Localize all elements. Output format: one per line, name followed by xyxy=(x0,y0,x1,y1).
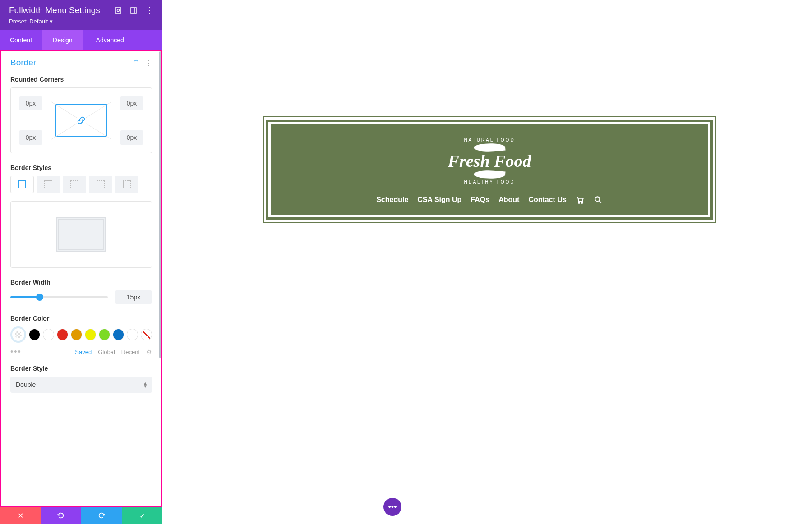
nav-faqs[interactable]: FAQs xyxy=(471,196,489,204)
leaf-icon xyxy=(473,170,505,180)
swatch-yellow[interactable] xyxy=(85,329,96,340)
redo-icon xyxy=(97,511,106,519)
color-swatches xyxy=(10,326,152,343)
border-width-label: Border Width xyxy=(10,279,152,286)
settings-sidebar: Fullwidth Menu Settings ⋮ Preset: Defaul… xyxy=(0,0,162,524)
border-preview-inner xyxy=(56,217,106,252)
preset-label: Preset: xyxy=(9,18,28,25)
swatch-white[interactable] xyxy=(43,329,54,340)
svg-line-7 xyxy=(599,201,601,203)
border-width-slider[interactable] xyxy=(10,296,108,298)
cart-icon[interactable] xyxy=(576,195,585,204)
logo-bottom-text: HEALTHY FOOD xyxy=(448,179,531,184)
section-title: Border xyxy=(10,58,36,68)
border-style-all[interactable] xyxy=(10,176,34,193)
panel-title: Fullwidth Menu Settings xyxy=(9,5,100,15)
section-header: Border ⌃ ⋮ xyxy=(10,58,152,68)
swatch-green[interactable] xyxy=(99,329,110,340)
settings-tabs: Content Design Advanced xyxy=(0,30,162,50)
rounded-corners-label: Rounded Corners xyxy=(10,76,152,83)
swatch-orange[interactable] xyxy=(71,329,82,340)
corner-tl-input[interactable] xyxy=(19,96,42,110)
nav-schedule[interactable]: Schedule xyxy=(376,196,408,204)
svg-rect-2 xyxy=(131,8,136,13)
svg-rect-0 xyxy=(115,8,121,13)
border-style-right[interactable] xyxy=(63,176,86,193)
svg-point-6 xyxy=(595,197,600,201)
responsive-icon[interactable] xyxy=(130,7,137,14)
border-style-bottom[interactable] xyxy=(89,176,112,193)
slider-thumb[interactable] xyxy=(36,294,43,301)
undo-button[interactable] xyxy=(41,507,81,524)
border-color-label: Border Color xyxy=(10,315,152,322)
swatch-blue[interactable] xyxy=(113,329,124,340)
design-panel: Border ⌃ ⋮ Rounded Corners Border Styles xyxy=(0,50,162,507)
section-more-icon[interactable]: ⋮ xyxy=(145,59,152,67)
tab-design[interactable]: Design xyxy=(42,30,83,50)
search-icon[interactable] xyxy=(594,195,603,204)
border-styles-label: Border Styles xyxy=(10,164,152,171)
nav-contact[interactable]: Contact Us xyxy=(528,196,566,204)
color-tab-global[interactable]: Global xyxy=(98,349,115,355)
logo-main-text: Fresh Food xyxy=(448,152,531,170)
svg-point-5 xyxy=(581,202,583,203)
link-corners-toggle[interactable] xyxy=(55,104,107,137)
tab-advanced[interactable]: Advanced xyxy=(83,30,137,50)
border-style-left[interactable] xyxy=(115,176,138,193)
border-style-select[interactable]: Double xyxy=(10,377,152,393)
save-button[interactable]: ✓ xyxy=(122,507,162,524)
tab-content[interactable]: Content xyxy=(0,30,42,50)
panel-header: Fullwidth Menu Settings ⋮ Preset: Defaul… xyxy=(0,0,162,30)
logo[interactable]: NATURAL FOOD Fresh Food HEALTHY FOOD xyxy=(271,138,708,185)
preset-value: Default xyxy=(29,18,48,25)
color-picker-button[interactable] xyxy=(10,326,26,343)
redo-button[interactable] xyxy=(81,507,122,524)
rounded-corners-control xyxy=(10,87,152,153)
swatch-black[interactable] xyxy=(29,329,40,340)
scrollbar[interactable] xyxy=(159,51,161,358)
border-width-input[interactable] xyxy=(115,290,152,304)
cancel-button[interactable]: ✕ xyxy=(0,507,41,524)
undo-icon xyxy=(57,511,65,519)
border-preview xyxy=(10,201,152,268)
corner-bl-input[interactable] xyxy=(19,130,42,145)
logo-top-text: NATURAL FOOD xyxy=(448,138,531,142)
color-tabs: ••• Saved Global Recent ⚙ xyxy=(10,347,152,357)
page-canvas: NATURAL FOOD Fresh Food HEALTHY FOOD Sch… xyxy=(167,0,812,524)
border-style-label: Border Style xyxy=(10,365,152,372)
svg-point-4 xyxy=(578,202,580,203)
nav-csa-signup[interactable]: CSA Sign Up xyxy=(417,196,461,204)
menu-nav: Schedule CSA Sign Up FAQs About Contact … xyxy=(271,195,708,204)
fullwidth-menu-preview[interactable]: NATURAL FOOD Fresh Food HEALTHY FOOD Sch… xyxy=(264,117,715,222)
expand-icon[interactable] xyxy=(115,7,122,14)
svg-point-1 xyxy=(117,9,120,12)
color-tab-saved[interactable]: Saved xyxy=(75,349,92,355)
more-icon[interactable]: ⋮ xyxy=(145,6,153,14)
palette-dots-icon[interactable]: ••• xyxy=(10,347,22,357)
corner-tr-input[interactable] xyxy=(120,96,143,110)
color-tab-recent[interactable]: Recent xyxy=(121,349,140,355)
panel-footer: ✕ ✓ xyxy=(0,507,162,524)
chevron-down-icon: ▾ xyxy=(50,18,53,25)
preset-selector[interactable]: Preset: Default ▾ xyxy=(9,18,153,25)
swatch-white2[interactable] xyxy=(127,329,138,340)
border-style-top[interactable] xyxy=(37,176,60,193)
corner-br-input[interactable] xyxy=(120,130,143,145)
swatch-red[interactable] xyxy=(57,329,68,340)
nav-about[interactable]: About xyxy=(498,196,519,204)
swatch-none[interactable] xyxy=(141,329,152,340)
gear-icon[interactable]: ⚙ xyxy=(146,349,152,356)
leaf-icon xyxy=(473,142,505,153)
collapse-icon[interactable]: ⌃ xyxy=(133,58,139,68)
fab-more-button[interactable]: ••• xyxy=(383,498,401,516)
link-icon xyxy=(77,116,86,125)
border-styles-row xyxy=(10,176,152,193)
